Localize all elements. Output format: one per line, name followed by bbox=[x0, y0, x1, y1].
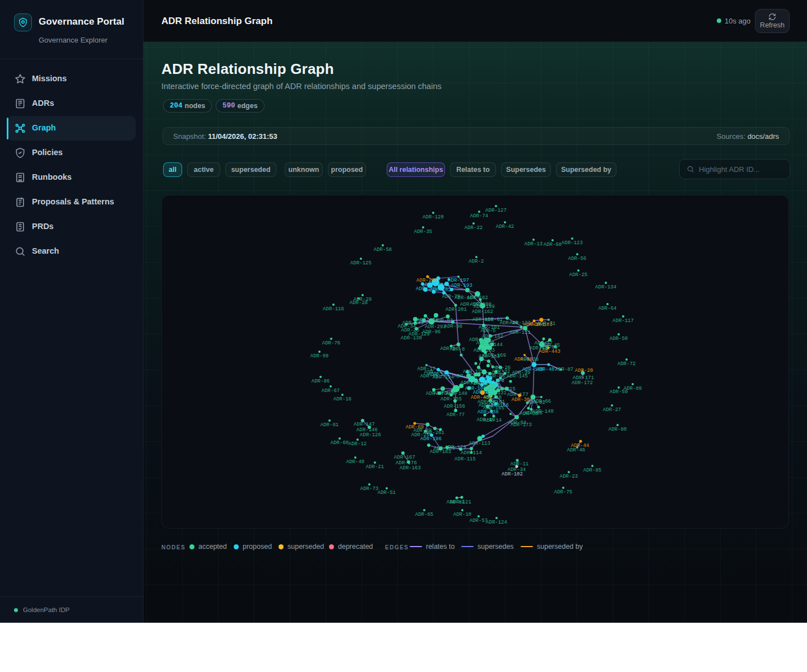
svg-text:ADR-81: ADR-81 bbox=[321, 422, 338, 428]
svg-text:ADR-97: ADR-97 bbox=[435, 318, 453, 324]
svg-text:ADR-38: ADR-38 bbox=[521, 357, 539, 362]
svg-text:ADR-2: ADR-2 bbox=[469, 259, 484, 264]
svg-text:ADR-121: ADR-121 bbox=[450, 500, 471, 505]
svg-text:ADR-57: ADR-57 bbox=[470, 518, 488, 524]
svg-text:ADR-172: ADR-172 bbox=[572, 380, 593, 386]
svg-text:ADR-73: ADR-73 bbox=[360, 486, 378, 492]
svg-text:ADR-177: ADR-177 bbox=[507, 392, 528, 398]
svg-text:ADR-182: ADR-182 bbox=[467, 295, 488, 301]
svg-text:ADR-111: ADR-111 bbox=[509, 330, 531, 335]
svg-text:ADR-67: ADR-67 bbox=[322, 388, 340, 394]
svg-text:ADR-89: ADR-89 bbox=[624, 386, 642, 391]
svg-text:ADR-193: ADR-193 bbox=[451, 283, 472, 288]
svg-text:ADR-5: ADR-5 bbox=[480, 328, 495, 334]
svg-text:ADR-42: ADR-42 bbox=[496, 224, 514, 230]
svg-text:ADR-261: ADR-261 bbox=[423, 430, 444, 436]
svg-text:ADR-85: ADR-85 bbox=[487, 374, 505, 379]
svg-text:ADR-51: ADR-51 bbox=[378, 490, 396, 496]
svg-text:ADR-56: ADR-56 bbox=[568, 256, 586, 262]
svg-text:ADR-8: ADR-8 bbox=[449, 347, 465, 352]
svg-text:ADR-80: ADR-80 bbox=[609, 427, 627, 432]
svg-text:ADR-21: ADR-21 bbox=[366, 464, 384, 470]
svg-text:ADR-75: ADR-75 bbox=[554, 489, 572, 495]
svg-text:ADR-65: ADR-65 bbox=[415, 512, 433, 517]
svg-text:ADR-30: ADR-30 bbox=[512, 397, 530, 403]
svg-text:ADR-123: ADR-123 bbox=[562, 240, 583, 246]
svg-text:ADR-162: ADR-162 bbox=[472, 309, 493, 315]
svg-text:ADR-13: ADR-13 bbox=[525, 241, 542, 247]
svg-text:ADR-27: ADR-27 bbox=[603, 407, 621, 413]
svg-text:ADR-72: ADR-72 bbox=[618, 361, 636, 367]
svg-text:ADR-35: ADR-35 bbox=[414, 229, 432, 235]
svg-text:ADR-25: ADR-25 bbox=[569, 272, 587, 278]
svg-text:ADR-127: ADR-127 bbox=[485, 208, 507, 213]
svg-text:ADR-125: ADR-125 bbox=[350, 260, 372, 266]
svg-text:ADR-205: ADR-205 bbox=[416, 286, 437, 292]
svg-text:ADR-77: ADR-77 bbox=[447, 412, 465, 418]
svg-text:ADR-23: ADR-23 bbox=[560, 474, 578, 479]
svg-text:ADR-11: ADR-11 bbox=[511, 461, 528, 467]
svg-text:ADR-16: ADR-16 bbox=[333, 396, 351, 402]
svg-text:ADR-163: ADR-163 bbox=[400, 465, 421, 471]
svg-text:ADR-147: ADR-147 bbox=[354, 422, 375, 427]
svg-text:ADR-183: ADR-183 bbox=[479, 354, 500, 360]
svg-text:ADR-22: ADR-22 bbox=[465, 225, 483, 231]
svg-text:ADR-179: ADR-179 bbox=[445, 445, 466, 450]
svg-text:ADR-74: ADR-74 bbox=[470, 213, 488, 219]
svg-text:ADR-50: ADR-50 bbox=[610, 336, 628, 342]
svg-text:ADR-28: ADR-28 bbox=[350, 300, 368, 306]
svg-text:ADR-99: ADR-99 bbox=[310, 353, 328, 359]
svg-text:ADR-87: ADR-87 bbox=[555, 367, 573, 372]
svg-text:ADR-98: ADR-98 bbox=[444, 324, 462, 329]
svg-text:ADR-130: ADR-130 bbox=[401, 335, 422, 341]
svg-text:ADR-144: ADR-144 bbox=[481, 342, 503, 348]
svg-text:ADR-42: ADR-42 bbox=[530, 346, 548, 351]
svg-text:ADR-407: ADR-407 bbox=[536, 367, 558, 372]
svg-text:ADR-121: ADR-121 bbox=[463, 369, 484, 375]
svg-text:ADR-173: ADR-173 bbox=[511, 422, 532, 428]
svg-text:ADR-155: ADR-155 bbox=[440, 396, 462, 402]
svg-text:ADR-10: ADR-10 bbox=[453, 512, 471, 517]
svg-text:ADR-102: ADR-102 bbox=[502, 472, 523, 477]
svg-text:ADR-14: ADR-14 bbox=[484, 418, 502, 423]
svg-text:ADR-117: ADR-117 bbox=[613, 318, 634, 324]
svg-text:ADR-173: ADR-173 bbox=[426, 391, 447, 396]
svg-text:ADR-68: ADR-68 bbox=[544, 242, 562, 248]
svg-text:ADR-28: ADR-28 bbox=[401, 328, 419, 333]
svg-text:ADR-196: ADR-196 bbox=[420, 436, 442, 442]
svg-text:ADR-138: ADR-138 bbox=[477, 409, 499, 415]
svg-text:ADR-86: ADR-86 bbox=[312, 379, 330, 384]
svg-text:ADR-85: ADR-85 bbox=[583, 468, 601, 473]
svg-text:ADR-114: ADR-114 bbox=[461, 450, 482, 456]
svg-text:ADR-76: ADR-76 bbox=[322, 340, 340, 346]
svg-text:ADR-194: ADR-194 bbox=[433, 375, 454, 380]
svg-text:ADR-120: ADR-120 bbox=[423, 214, 444, 220]
svg-text:ADR-145: ADR-145 bbox=[507, 374, 528, 379]
svg-text:ADR-156: ADR-156 bbox=[444, 404, 465, 409]
svg-text:ADR-60: ADR-60 bbox=[331, 440, 349, 446]
svg-text:ADR-143: ADR-143 bbox=[469, 337, 490, 343]
svg-text:ADR-71: ADR-71 bbox=[537, 321, 555, 326]
svg-text:ADR-58: ADR-58 bbox=[374, 247, 392, 253]
svg-text:ADR-116: ADR-116 bbox=[323, 306, 344, 312]
svg-text:ADR-124: ADR-124 bbox=[486, 520, 507, 525]
svg-text:ADR-38: ADR-38 bbox=[520, 411, 538, 417]
svg-text:ADR-167: ADR-167 bbox=[394, 455, 415, 460]
svg-text:ADR-126: ADR-126 bbox=[360, 432, 381, 438]
svg-text:ADR-20: ADR-20 bbox=[575, 368, 593, 374]
svg-text:ADR-82: ADR-82 bbox=[527, 400, 545, 405]
svg-text:ADR-64: ADR-64 bbox=[599, 306, 616, 311]
svg-text:ADR-201: ADR-201 bbox=[446, 307, 467, 312]
svg-text:ADR-40: ADR-40 bbox=[346, 459, 364, 465]
svg-text:ADR-12: ADR-12 bbox=[349, 441, 367, 447]
svg-text:ADR-134: ADR-134 bbox=[595, 284, 616, 290]
svg-text:ADR-46: ADR-46 bbox=[567, 447, 585, 453]
svg-text:ADR-115: ADR-115 bbox=[454, 456, 476, 462]
svg-text:ADR-113: ADR-113 bbox=[469, 441, 490, 446]
